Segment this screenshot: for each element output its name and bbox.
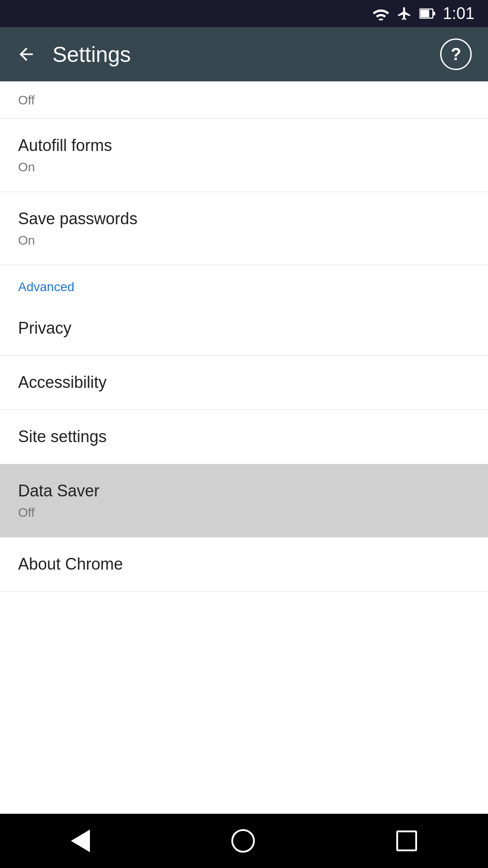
page-title: Settings <box>52 42 440 67</box>
nav-recents-button[interactable] <box>396 830 417 851</box>
data-saver-item[interactable]: Data Saver Off <box>0 464 488 538</box>
data-saver-title: Data Saver <box>18 481 470 502</box>
privacy-title: Privacy <box>18 318 470 339</box>
privacy-item[interactable]: Privacy <box>0 302 488 356</box>
back-button[interactable] <box>16 44 36 64</box>
wifi-icon <box>372 7 389 20</box>
advanced-section-header: Advanced <box>0 265 488 302</box>
data-saver-subtitle: Off <box>18 505 470 521</box>
truncated-setting-subtitle: Off <box>18 93 470 108</box>
save-passwords-item[interactable]: Save passwords On <box>0 192 488 265</box>
status-time: 1:01 <box>443 4 474 23</box>
status-bar: 1:01 <box>0 0 488 27</box>
autofill-forms-subtitle: On <box>18 159 470 175</box>
battery-icon <box>419 7 436 20</box>
help-button[interactable]: ? <box>440 38 472 70</box>
status-icons: 1:01 <box>372 4 474 23</box>
nav-bar <box>0 814 488 868</box>
nav-recents-icon <box>396 830 417 851</box>
accessibility-title: Accessibility <box>18 372 470 393</box>
autofill-forms-item[interactable]: Autofill forms On <box>0 119 488 192</box>
autofill-forms-title: Autofill forms <box>18 135 470 156</box>
save-passwords-subtitle: On <box>18 232 470 249</box>
save-passwords-title: Save passwords <box>18 208 470 230</box>
svg-rect-1 <box>433 12 435 15</box>
svg-rect-2 <box>420 10 429 17</box>
about-chrome-title: About Chrome <box>18 554 470 575</box>
nav-home-button[interactable] <box>231 829 255 853</box>
nav-back-button[interactable] <box>71 830 90 852</box>
settings-content: Off Autofill forms On Save passwords On … <box>0 81 488 814</box>
site-settings-title: Site settings <box>18 426 470 448</box>
app-bar: Settings ? <box>0 27 488 81</box>
airplane-icon <box>397 6 412 21</box>
nav-back-icon <box>71 830 90 852</box>
nav-home-icon <box>231 829 255 853</box>
about-chrome-item[interactable]: About Chrome <box>0 538 488 592</box>
truncated-setting-item[interactable]: Off <box>0 81 488 119</box>
site-settings-item[interactable]: Site settings <box>0 410 488 464</box>
accessibility-item[interactable]: Accessibility <box>0 356 488 410</box>
